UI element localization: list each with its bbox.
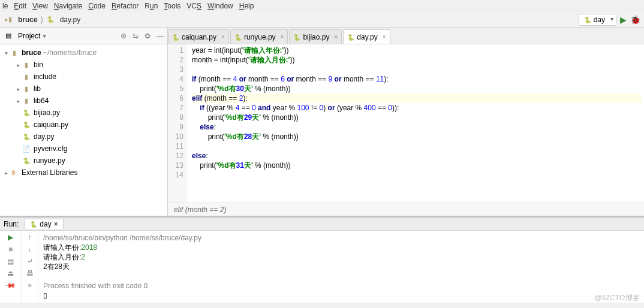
console-line: 请输入年份:2018: [43, 243, 639, 252]
hide-icon[interactable]: —: [157, 32, 164, 40]
tree-item-label: include: [34, 73, 56, 81]
down-icon[interactable]: ↓: [28, 245, 32, 253]
run-button[interactable]: ▶: [620, 15, 627, 25]
tab-label: runyue.py: [244, 33, 276, 41]
wrap-icon[interactable]: ⤶: [27, 257, 33, 265]
sidebar-title: Project: [18, 32, 40, 40]
python-icon: [22, 120, 31, 129]
python-icon: [172, 33, 179, 41]
tab-label: caiquan.py: [182, 33, 216, 41]
python-icon: [234, 33, 242, 41]
tree-item-label: lib: [34, 84, 41, 93]
tab-label: day.py: [357, 33, 377, 41]
tree-item-caiquan-py[interactable]: caiquan.py: [0, 119, 167, 131]
layout-button[interactable]: ▤: [7, 257, 14, 265]
tree-item-include[interactable]: ▮include: [0, 71, 167, 83]
editor-tabs: caiquan.py×runyue.py×bijiao.py×day.py×: [168, 28, 644, 44]
editor-breadcrumb: elif (month == 2): [168, 203, 644, 216]
chevron-right-icon[interactable]: ▸: [2, 170, 10, 176]
folder-icon: ▮: [22, 84, 31, 93]
close-icon[interactable]: ×: [334, 34, 338, 40]
menu-navigate[interactable]: Navigate: [54, 2, 82, 10]
console-cursor[interactable]: ▯: [43, 291, 639, 300]
close-icon[interactable]: ×: [54, 220, 58, 228]
tree-item-pyvenv-cfg[interactable]: 📄pyvenv.cfg: [0, 143, 167, 155]
collapse-icon[interactable]: ⇆: [133, 32, 139, 40]
chevron-icon[interactable]: ▸: [14, 62, 22, 68]
menu-edit[interactable]: Edit: [14, 2, 26, 10]
tab-caiquan-py[interactable]: caiquan.py×: [168, 29, 229, 44]
dropdown-icon[interactable]: ▾: [43, 32, 46, 40]
pin-icon[interactable]: 📌: [4, 279, 17, 292]
folder-icon: ▸▮: [4, 16, 13, 24]
expand-icon[interactable]: »: [28, 281, 32, 289]
tree-root-name: bruce: [22, 49, 41, 57]
tree-item-label: lib64: [34, 96, 49, 105]
file-icon: 📄: [22, 144, 31, 153]
menu-tools[interactable]: Tools: [164, 2, 180, 10]
tree-item-label: bin: [34, 61, 43, 69]
tab-label: bijiao.py: [303, 33, 329, 41]
target-icon[interactable]: ⊕: [121, 32, 127, 40]
tree-root[interactable]: ▾ ▮ bruce ~/home/ss/bruce: [0, 47, 167, 59]
project-icon: ▤: [4, 32, 13, 40]
menu-refactor[interactable]: Refactor: [112, 2, 139, 10]
breadcrumb: ▸▮ bruce ⟩ day.py: [4, 15, 80, 25]
console-line: 请输入月份:2: [43, 252, 639, 262]
tree-root-path: ~/home/ss/bruce: [43, 49, 97, 57]
print-icon[interactable]: 🖶: [26, 269, 34, 277]
exit-button[interactable]: ⏏: [7, 269, 14, 277]
menu-run[interactable]: Run: [145, 2, 158, 10]
stop-button[interactable]: ■: [8, 245, 13, 253]
debug-button[interactable]: 🐞: [630, 15, 640, 25]
tree-item-label: day.py: [34, 132, 54, 141]
breadcrumb-sep: ⟩: [40, 15, 43, 25]
tree-item-label: bijiao.py: [34, 108, 60, 117]
tree-item-label: runyue.py: [34, 156, 65, 165]
python-icon: [584, 16, 591, 24]
folder-icon: ▮: [22, 61, 31, 69]
code-lines[interactable]: year = int(input('请输入年份:'))month = int(i…: [187, 44, 644, 203]
menu-file[interactable]: le: [2, 2, 8, 10]
chevron-icon[interactable]: ▸: [14, 98, 22, 104]
menu-vcs[interactable]: VCS: [186, 2, 201, 10]
close-icon[interactable]: ×: [281, 34, 284, 40]
tree-item-bin[interactable]: ▸▮bin: [0, 59, 167, 71]
chevron-icon[interactable]: ▸: [14, 86, 22, 92]
breadcrumb-file[interactable]: day.py: [60, 16, 80, 24]
tab-runyue-py[interactable]: runyue.py×: [230, 29, 288, 44]
menu-help[interactable]: Help: [239, 2, 254, 10]
close-icon[interactable]: ×: [383, 34, 386, 40]
tree-item-label: caiquan.py: [34, 120, 68, 129]
settings-icon[interactable]: ✿: [145, 32, 151, 40]
breadcrumb-root[interactable]: bruce: [18, 16, 38, 24]
tree-item-label: pyvenv.cfg: [34, 144, 67, 153]
menu-view[interactable]: View: [32, 2, 48, 10]
console-output[interactable]: /home/ss/bruce/bin/python /home/ss/bruce…: [38, 231, 644, 303]
console-exit: Process finished with exit code 0: [43, 281, 639, 291]
python-icon: [22, 156, 31, 165]
tree-item-lib[interactable]: ▸▮lib: [0, 83, 167, 95]
python-icon: [22, 132, 31, 141]
tree-external[interactable]: ▸ ⊪ External Libraries: [0, 167, 167, 179]
tree-item-day-py[interactable]: day.py: [0, 131, 167, 143]
tree-item-runyue-py[interactable]: runyue.py: [0, 155, 167, 167]
up-icon[interactable]: ↑: [28, 233, 32, 241]
menu-window[interactable]: Window: [207, 2, 233, 10]
tab-day-py[interactable]: day.py×: [343, 29, 390, 44]
menu-code[interactable]: Code: [88, 2, 106, 10]
code-editor[interactable]: 1234567891011121314 year = int(input('请输…: [168, 44, 644, 203]
run-panel: Run: day × ▶ ■ ▤ ⏏ 📌 ↑ ↓ ⤶ 🖶 » /home/ss/…: [0, 216, 644, 303]
rerun-button[interactable]: ▶: [8, 233, 13, 241]
close-icon[interactable]: ×: [221, 34, 225, 40]
console-cmd: /home/ss/bruce/bin/python /home/ss/bruce…: [43, 233, 639, 243]
tree-item-bijiao-py[interactable]: bijiao.py: [0, 107, 167, 119]
tab-bijiao-py[interactable]: bijiao.py×: [289, 29, 342, 44]
run-config-selector[interactable]: day: [579, 14, 616, 26]
library-icon: ⊪: [10, 168, 19, 177]
tree-item-lib64[interactable]: ▸▮lib64: [0, 95, 167, 107]
python-icon: [46, 16, 55, 24]
chevron-down-icon[interactable]: ▾: [2, 50, 10, 56]
watermark: @51CTO博客: [594, 293, 639, 303]
run-tab[interactable]: day ×: [25, 219, 63, 229]
